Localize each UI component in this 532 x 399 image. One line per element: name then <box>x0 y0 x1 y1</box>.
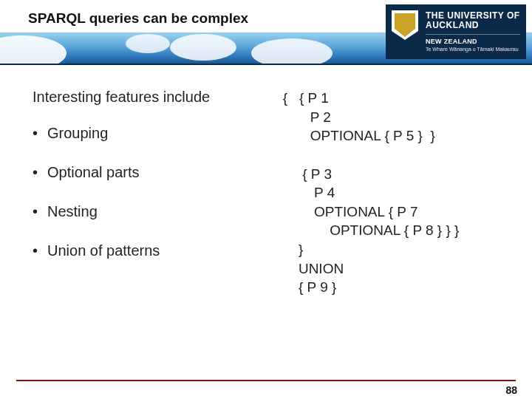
code-block: { { P 1 P 2 OPTIONAL { P 5 } } { P 3 P 4… <box>283 89 505 297</box>
left-column: Interesting features include Grouping Op… <box>33 89 279 377</box>
cloud-decoration <box>0 35 66 64</box>
footer: 88 <box>0 380 532 399</box>
feature-list: Grouping Optional parts Nesting Union of… <box>33 125 271 259</box>
footer-divider <box>16 380 516 381</box>
logo-country: NEW ZEALAND <box>426 38 520 45</box>
cloud-decoration <box>251 38 332 64</box>
list-item: Optional parts <box>33 164 271 181</box>
right-column: { { P 1 P 2 OPTIONAL { P 5 } } { P 3 P 4… <box>279 89 505 377</box>
cloud-decoration <box>126 34 170 53</box>
slide-body: Interesting features include Grouping Op… <box>0 81 532 377</box>
page-number: 88 <box>505 384 517 396</box>
list-item: Union of patterns <box>33 242 271 259</box>
logo-maori: Te Whare Wānanga o Tāmaki Makaurau <box>426 47 520 52</box>
university-logo: THE UNIVERSITY OFAUCKLAND NEW ZEALAND Te… <box>386 4 526 59</box>
slide-title: SPARQL queries can be complex <box>28 10 248 27</box>
list-item: Nesting <box>33 203 271 220</box>
header: SPARQL queries can be complex THE UNIVER… <box>0 0 532 64</box>
cloud-decoration <box>170 34 236 61</box>
header-underline <box>0 64 532 65</box>
intro-text: Interesting features include <box>33 89 271 106</box>
list-item: Grouping <box>33 125 271 142</box>
slide: SPARQL queries can be complex THE UNIVER… <box>0 0 532 399</box>
